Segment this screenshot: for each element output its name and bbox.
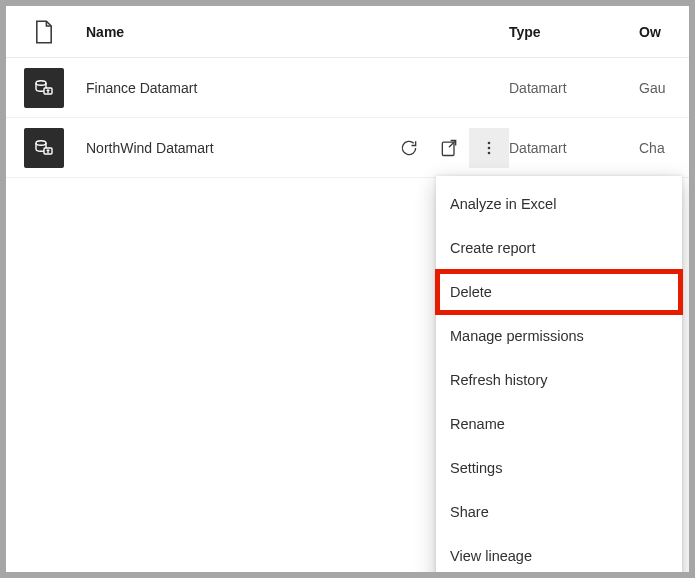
svg-point-2 bbox=[36, 140, 46, 144]
row-owner: Gau bbox=[639, 80, 689, 96]
more-options-button[interactable] bbox=[469, 128, 509, 168]
table-row[interactable]: Finance Datamart Datamart Gau bbox=[6, 58, 689, 118]
menu-item-rename[interactable]: Rename bbox=[436, 402, 682, 446]
refresh-icon bbox=[399, 138, 419, 158]
more-vertical-icon bbox=[479, 138, 499, 158]
svg-point-0 bbox=[36, 80, 46, 84]
svg-point-6 bbox=[488, 146, 491, 149]
datamart-icon bbox=[24, 68, 64, 108]
context-menu: Analyze in Excel Create report Delete Ma… bbox=[436, 176, 682, 572]
row-type: Datamart bbox=[509, 80, 639, 96]
table-header-row: Name Type Ow bbox=[6, 6, 689, 58]
row-actions bbox=[369, 128, 509, 168]
items-table: Name Type Ow Finance Datamart Datamart bbox=[6, 6, 689, 178]
menu-item-share[interactable]: Share bbox=[436, 490, 682, 534]
header-type[interactable]: Type bbox=[509, 24, 639, 40]
datamart-icon bbox=[24, 128, 64, 168]
row-type: Datamart bbox=[509, 140, 639, 156]
row-name[interactable]: Finance Datamart bbox=[82, 80, 369, 96]
header-name[interactable]: Name bbox=[82, 24, 369, 40]
menu-item-settings[interactable]: Settings bbox=[436, 446, 682, 490]
row-icon-cell bbox=[6, 128, 82, 168]
menu-item-view-lineage[interactable]: View lineage bbox=[436, 534, 682, 572]
header-icon-cell bbox=[6, 20, 82, 44]
svg-point-5 bbox=[488, 141, 491, 144]
menu-item-delete[interactable]: Delete bbox=[436, 270, 682, 314]
row-name[interactable]: NorthWind Datamart bbox=[82, 140, 369, 156]
menu-item-analyze-in-excel[interactable]: Analyze in Excel bbox=[436, 182, 682, 226]
menu-item-refresh-history[interactable]: Refresh history bbox=[436, 358, 682, 402]
refresh-button[interactable] bbox=[389, 128, 429, 168]
table-row[interactable]: NorthWind Datamart bbox=[6, 118, 689, 178]
row-owner: Cha bbox=[639, 140, 689, 156]
quick-share-button[interactable] bbox=[429, 128, 469, 168]
share-shortcut-icon bbox=[439, 138, 459, 158]
row-icon-cell bbox=[6, 68, 82, 108]
header-owner[interactable]: Ow bbox=[639, 24, 689, 40]
app-frame: Name Type Ow Finance Datamart Datamart bbox=[6, 6, 689, 572]
menu-item-create-report[interactable]: Create report bbox=[436, 226, 682, 270]
document-icon bbox=[34, 20, 54, 44]
svg-point-7 bbox=[488, 151, 491, 154]
menu-item-manage-permissions[interactable]: Manage permissions bbox=[436, 314, 682, 358]
